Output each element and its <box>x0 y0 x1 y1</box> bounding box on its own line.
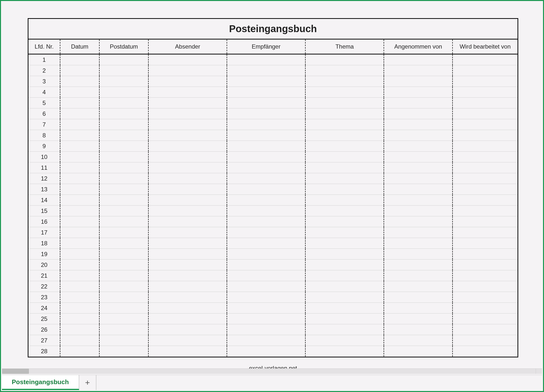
table-cell[interactable] <box>60 346 100 357</box>
table-cell[interactable] <box>100 173 149 184</box>
row-number-cell[interactable]: 2 <box>28 65 60 76</box>
table-cell[interactable] <box>384 249 453 259</box>
row-number-cell[interactable]: 16 <box>28 216 60 227</box>
table-cell[interactable] <box>60 108 100 119</box>
table-cell[interactable] <box>60 87 100 97</box>
table-cell[interactable] <box>306 292 384 302</box>
row-number-cell[interactable]: 8 <box>28 130 60 141</box>
table-cell[interactable] <box>227 119 306 130</box>
table-cell[interactable] <box>60 314 100 324</box>
table-cell[interactable] <box>384 216 453 227</box>
row-number-cell[interactable]: 19 <box>28 249 60 259</box>
table-cell[interactable] <box>60 238 100 248</box>
table-cell[interactable] <box>306 227 384 238</box>
row-number-cell[interactable]: 5 <box>28 98 60 108</box>
row-number-cell[interactable]: 18 <box>28 238 60 248</box>
table-cell[interactable] <box>227 152 306 162</box>
table-cell[interactable] <box>149 65 227 76</box>
table-cell[interactable] <box>384 281 453 292</box>
table-cell[interactable] <box>306 152 384 162</box>
table-cell[interactable] <box>227 108 306 119</box>
table-cell[interactable] <box>306 54 384 65</box>
row-number-cell[interactable]: 1 <box>28 54 60 65</box>
table-cell[interactable] <box>227 162 306 173</box>
table-cell[interactable] <box>60 65 100 76</box>
table-cell[interactable] <box>100 108 149 119</box>
table-cell[interactable] <box>149 184 227 195</box>
row-number-cell[interactable]: 11 <box>28 162 60 173</box>
row-number-cell[interactable]: 7 <box>28 119 60 130</box>
table-cell[interactable] <box>100 270 149 281</box>
table-cell[interactable] <box>453 281 518 292</box>
table-cell[interactable] <box>149 119 227 130</box>
table-cell[interactable] <box>306 130 384 141</box>
table-cell[interactable] <box>100 216 149 227</box>
table-cell[interactable] <box>149 303 227 313</box>
table-cell[interactable] <box>60 119 100 130</box>
table-cell[interactable] <box>149 108 227 119</box>
table-cell[interactable] <box>453 335 518 346</box>
table-cell[interactable] <box>149 238 227 248</box>
table-cell[interactable] <box>60 195 100 205</box>
table-cell[interactable] <box>453 87 518 97</box>
table-cell[interactable] <box>100 87 149 97</box>
table-cell[interactable] <box>100 76 149 87</box>
table-cell[interactable] <box>60 292 100 302</box>
table-cell[interactable] <box>227 195 306 205</box>
table-cell[interactable] <box>60 227 100 238</box>
table-cell[interactable] <box>60 249 100 259</box>
row-number-cell[interactable]: 20 <box>28 260 60 270</box>
table-cell[interactable] <box>60 184 100 195</box>
table-cell[interactable] <box>384 54 453 65</box>
table-cell[interactable] <box>60 335 100 346</box>
table-cell[interactable] <box>384 184 453 195</box>
table-cell[interactable] <box>100 162 149 173</box>
row-number-cell[interactable]: 25 <box>28 314 60 324</box>
table-cell[interactable] <box>384 65 453 76</box>
table-cell[interactable] <box>149 162 227 173</box>
table-cell[interactable] <box>60 76 100 87</box>
row-number-cell[interactable]: 10 <box>28 152 60 162</box>
table-cell[interactable] <box>60 162 100 173</box>
table-cell[interactable] <box>100 65 149 76</box>
table-cell[interactable] <box>453 54 518 65</box>
table-cell[interactable] <box>453 238 518 248</box>
table-cell[interactable] <box>306 216 384 227</box>
add-sheet-button[interactable]: + <box>79 375 96 390</box>
table-cell[interactable] <box>149 87 227 97</box>
table-cell[interactable] <box>453 227 518 238</box>
table-cell[interactable] <box>227 184 306 195</box>
table-cell[interactable] <box>60 260 100 270</box>
table-cell[interactable] <box>453 314 518 324</box>
row-number-cell[interactable]: 4 <box>28 87 60 97</box>
table-cell[interactable] <box>453 206 518 216</box>
table-cell[interactable] <box>100 130 149 141</box>
table-cell[interactable] <box>306 206 384 216</box>
table-cell[interactable] <box>384 335 453 346</box>
table-cell[interactable] <box>384 130 453 141</box>
table-cell[interactable] <box>60 98 100 108</box>
table-cell[interactable] <box>60 206 100 216</box>
table-cell[interactable] <box>227 260 306 270</box>
table-cell[interactable] <box>100 54 149 65</box>
table-cell[interactable] <box>384 346 453 357</box>
row-number-cell[interactable]: 14 <box>28 195 60 205</box>
table-cell[interactable] <box>453 184 518 195</box>
table-cell[interactable] <box>100 141 149 151</box>
table-cell[interactable] <box>306 173 384 184</box>
table-cell[interactable] <box>100 346 149 357</box>
table-cell[interactable] <box>384 119 453 130</box>
table-cell[interactable] <box>227 76 306 87</box>
table-cell[interactable] <box>60 152 100 162</box>
table-cell[interactable] <box>60 303 100 313</box>
table-cell[interactable] <box>100 184 149 195</box>
row-number-cell[interactable]: 21 <box>28 270 60 281</box>
table-cell[interactable] <box>384 108 453 119</box>
table-cell[interactable] <box>453 130 518 141</box>
table-cell[interactable] <box>453 108 518 119</box>
table-cell[interactable] <box>100 281 149 292</box>
table-cell[interactable] <box>149 130 227 141</box>
table-cell[interactable] <box>306 346 384 357</box>
table-cell[interactable] <box>149 249 227 259</box>
table-cell[interactable] <box>453 152 518 162</box>
